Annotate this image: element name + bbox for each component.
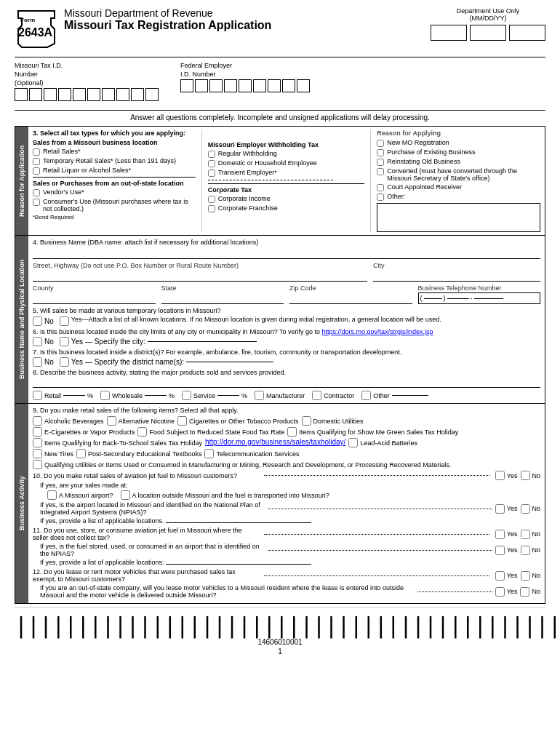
q7-district-field[interactable] bbox=[186, 362, 273, 362]
alt-nicotine-checkbox[interactable] bbox=[107, 416, 116, 426]
corp-income-checkbox[interactable] bbox=[208, 196, 215, 203]
lead-acid-checkbox[interactable] bbox=[348, 438, 358, 447]
fed-id-box-6[interactable] bbox=[253, 79, 266, 92]
q7-yes-checkbox[interactable] bbox=[60, 357, 69, 367]
tax-id-box-6[interactable] bbox=[87, 88, 100, 101]
manufacturer-pct-checkbox[interactable] bbox=[255, 391, 264, 400]
phone-number[interactable] bbox=[474, 298, 503, 299]
court-receiver-checkbox[interactable] bbox=[377, 184, 384, 191]
show-me-checkbox[interactable] bbox=[287, 427, 297, 437]
domestic-employee-checkbox[interactable] bbox=[208, 160, 215, 167]
cigarettes-checkbox[interactable] bbox=[177, 416, 187, 426]
q10-airport-checkbox[interactable] bbox=[47, 490, 57, 500]
food-reduced-checkbox[interactable] bbox=[137, 427, 147, 437]
tax-id-box-1[interactable] bbox=[15, 88, 28, 101]
q8-field[interactable] bbox=[33, 378, 540, 388]
q11-locations-field[interactable] bbox=[166, 564, 311, 565]
fed-id-box-5[interactable] bbox=[239, 79, 252, 92]
q10-outside-checkbox[interactable] bbox=[121, 490, 130, 500]
county-field[interactable] bbox=[33, 292, 156, 304]
fed-id-box-9[interactable] bbox=[297, 79, 310, 92]
q12-sub-yes-checkbox[interactable] bbox=[495, 587, 505, 597]
q5-yes-checkbox[interactable] bbox=[60, 316, 69, 326]
phone-field[interactable]: ( ) - bbox=[418, 292, 541, 304]
tax-id-box-4[interactable] bbox=[58, 88, 71, 101]
q6-city-field[interactable] bbox=[148, 341, 257, 342]
retail-pct-box[interactable] bbox=[63, 395, 85, 396]
wholesale-pct-box[interactable] bbox=[145, 395, 167, 396]
q6-yes-checkbox[interactable] bbox=[60, 337, 69, 346]
qualifying-util-checkbox[interactable] bbox=[33, 460, 42, 469]
q11-no-checkbox[interactable] bbox=[521, 530, 530, 539]
q10-sub2-no-checkbox[interactable] bbox=[521, 504, 530, 514]
q12-no-checkbox[interactable] bbox=[521, 571, 530, 581]
fed-id-box-3[interactable] bbox=[209, 79, 223, 92]
telecom-checkbox[interactable] bbox=[204, 449, 214, 458]
transient-employer-checkbox[interactable] bbox=[208, 170, 215, 177]
state-field[interactable] bbox=[161, 292, 284, 304]
taxholiday-link[interactable]: http://dor.mo.gov/business/sales/taxholi… bbox=[205, 438, 345, 447]
retail-liquor-checkbox[interactable] bbox=[33, 167, 40, 175]
other-pct-checkbox[interactable] bbox=[361, 391, 371, 400]
fed-id-box-8[interactable] bbox=[282, 79, 295, 92]
domestic-util-checkbox[interactable] bbox=[302, 416, 311, 426]
corp-franchise-checkbox[interactable] bbox=[208, 205, 215, 212]
e-cig-checkbox[interactable] bbox=[33, 427, 42, 437]
other-checkbox[interactable] bbox=[377, 194, 384, 201]
post-secondary-checkbox[interactable] bbox=[76, 449, 86, 458]
tax-id-box-7[interactable] bbox=[102, 88, 115, 101]
new-tires-checkbox[interactable] bbox=[33, 449, 42, 458]
dept-box-1[interactable] bbox=[431, 25, 467, 41]
city-field[interactable] bbox=[373, 270, 540, 282]
street-field[interactable] bbox=[33, 270, 367, 282]
retail-pct-checkbox[interactable] bbox=[33, 391, 42, 400]
fed-id-box-1[interactable] bbox=[180, 79, 193, 92]
tax-id-box-2[interactable] bbox=[29, 88, 42, 101]
q9-row4: New Tires Post-Secondary Educational Tex… bbox=[33, 449, 540, 458]
q10-locations-field[interactable] bbox=[166, 522, 311, 523]
service-pct-checkbox[interactable] bbox=[182, 391, 191, 400]
reinstating-checkbox[interactable] bbox=[377, 159, 384, 166]
tax-id-box-3[interactable] bbox=[44, 88, 57, 101]
q11-sub1-yes-checkbox[interactable] bbox=[495, 546, 505, 555]
tax-id-box-8[interactable] bbox=[116, 88, 129, 101]
other-pct-box[interactable] bbox=[392, 395, 428, 396]
dept-box-2[interactable] bbox=[470, 25, 506, 41]
converted-checkbox[interactable] bbox=[377, 168, 384, 175]
tax-id-box-5[interactable] bbox=[73, 88, 86, 101]
new-mo-reg-checkbox[interactable] bbox=[377, 140, 384, 147]
phone-prefix[interactable] bbox=[447, 298, 469, 299]
purchase-existing-checkbox[interactable] bbox=[377, 149, 384, 156]
back-to-school-checkbox[interactable] bbox=[33, 438, 42, 447]
q7-no-checkbox[interactable] bbox=[33, 357, 42, 367]
dept-box-3[interactable] bbox=[509, 25, 545, 41]
fed-id-box-2[interactable] bbox=[195, 79, 208, 92]
zip-field[interactable] bbox=[289, 292, 412, 304]
q10-sub2-yes-checkbox[interactable] bbox=[495, 504, 505, 514]
q11-yes-checkbox[interactable] bbox=[495, 530, 505, 539]
other-text-box[interactable] bbox=[377, 203, 540, 232]
biz-name-field[interactable] bbox=[33, 247, 540, 259]
fed-id-box-7[interactable] bbox=[268, 79, 281, 92]
temp-retail-checkbox[interactable] bbox=[33, 158, 40, 165]
service-pct-box[interactable] bbox=[217, 395, 239, 396]
q11-sub1-no-checkbox[interactable] bbox=[521, 546, 530, 555]
vendor-use-checkbox[interactable] bbox=[33, 189, 40, 196]
fed-id-box-4[interactable] bbox=[224, 79, 237, 92]
alcoholic-bev-checkbox[interactable] bbox=[33, 416, 42, 426]
wholesale-pct-checkbox[interactable] bbox=[100, 391, 110, 400]
q10-no-checkbox[interactable] bbox=[521, 471, 530, 480]
consumer-use-checkbox[interactable] bbox=[33, 199, 40, 206]
tax-id-box-9[interactable] bbox=[131, 88, 144, 101]
q6-link[interactable]: https://dors.mo.gov/tax/strgis/index.jsp bbox=[322, 328, 433, 335]
retail-sales-checkbox[interactable] bbox=[33, 148, 40, 156]
q12-sub-no-checkbox[interactable] bbox=[520, 587, 529, 597]
q5-no-checkbox[interactable] bbox=[33, 316, 42, 326]
tax-id-box-10[interactable] bbox=[145, 88, 159, 101]
phone-area[interactable] bbox=[424, 298, 442, 299]
regular-withholding-checkbox[interactable] bbox=[208, 151, 215, 158]
contractor-pct-checkbox[interactable] bbox=[312, 391, 321, 400]
q10-yes-checkbox[interactable] bbox=[495, 471, 505, 480]
q6-no-checkbox[interactable] bbox=[33, 337, 42, 346]
q12-yes-checkbox[interactable] bbox=[495, 571, 505, 581]
